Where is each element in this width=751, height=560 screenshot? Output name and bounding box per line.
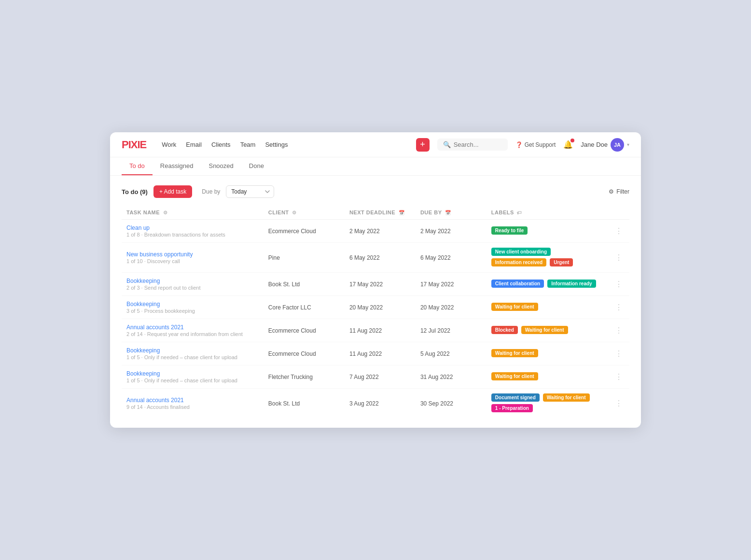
next-deadline-sort-icon[interactable]: 📅 <box>399 210 405 215</box>
task-sub: 1 of 8 · Breakdown transactions for asse… <box>126 232 259 238</box>
add-task-button[interactable]: + Add task <box>153 185 192 198</box>
label-badge: Waiting for client <box>543 393 590 402</box>
due-by-sort-icon[interactable]: 📅 <box>445 210 451 215</box>
task-sub: 3 of 5 · Process bookkeeping <box>126 308 259 314</box>
task-name-link[interactable]: Annual accounts 2021 <box>126 397 259 404</box>
task-sub: 2 of 14 · Request year end information f… <box>126 331 259 337</box>
more-options-button[interactable]: ⋮ <box>613 253 625 262</box>
task-labels-cell: Waiting for client <box>487 342 608 365</box>
task-sub: 9 of 14 · Accounts finalised <box>126 404 259 410</box>
more-options-button[interactable]: ⋮ <box>613 226 625 236</box>
task-name-link[interactable]: Bookkeeping <box>126 347 259 354</box>
nav-email[interactable]: Email <box>186 141 202 148</box>
task-actions-cell: ⋮ <box>608 296 629 319</box>
task-client-cell: Ecommerce Cloud <box>264 319 345 342</box>
task-name-cell: Bookkeeping 1 of 5 · Only if needed – ch… <box>122 365 264 389</box>
task-table: TASK NAME ⚙ CLIENT ⚙ NEXT DEADLINE 📅 DUE… <box>122 206 629 418</box>
tab-snoozed[interactable]: Snoozed <box>201 157 241 175</box>
client-name: Ecommerce Cloud <box>268 350 316 357</box>
filter-button[interactable]: ⚙ Filter <box>609 188 629 195</box>
table-row: Clean up 1 of 8 · Breakdown transactions… <box>122 220 629 243</box>
task-sub: 1 of 10 · Discovery call <box>126 258 259 264</box>
task-client-cell: Book St. Ltd <box>264 273 345 296</box>
task-name-cell: Bookkeeping 3 of 5 · Process bookkeeping <box>122 296 264 319</box>
task-name-sort-icon[interactable]: ⚙ <box>163 210 168 215</box>
more-options-button[interactable]: ⋮ <box>613 349 625 358</box>
more-options-button[interactable]: ⋮ <box>613 372 625 381</box>
label-badge: 1 - Preparation <box>491 404 533 412</box>
nav-work[interactable]: Work <box>162 141 176 148</box>
task-client-cell: Fletcher Trucking <box>264 365 345 389</box>
add-button[interactable]: + <box>416 138 430 152</box>
main-content: To do (9) + Add task Due by Today This w… <box>110 176 641 428</box>
label-badge: Waiting for client <box>521 326 568 334</box>
tab-todo[interactable]: To do <box>122 157 153 175</box>
col-header-task: TASK NAME ⚙ <box>122 206 264 220</box>
labels-container: Document signedWaiting for client1 - Pre… <box>491 393 603 413</box>
nav-settings[interactable]: Settings <box>265 141 288 148</box>
due-by-value: 2 May 2022 <box>420 228 451 235</box>
task-next-deadline-cell: 2 May 2022 <box>345 220 416 243</box>
task-labels-cell: Client collaborationInformation ready <box>487 273 608 296</box>
task-labels-cell: Waiting for client <box>487 365 608 389</box>
task-actions-cell: ⋮ <box>608 220 629 243</box>
client-name: Pine <box>268 254 280 261</box>
task-name-link[interactable]: New business opportunity <box>126 251 259 258</box>
task-client-cell: Pine <box>264 243 345 273</box>
table-row: Annual accounts 2021 2 of 14 · Request y… <box>122 319 629 342</box>
task-next-deadline-cell: 7 Aug 2022 <box>345 365 416 389</box>
labels-sort-icon[interactable]: 🏷 <box>517 210 522 215</box>
support-icon: ❓ <box>515 141 523 148</box>
nav-right: + 🔍 ❓ Get Support 🔔 Jane Doe JA ▾ <box>416 138 629 152</box>
logo: PIXIE <box>122 139 146 151</box>
label-badge: Ready to file <box>491 226 528 235</box>
task-next-deadline-cell: 17 May 2022 <box>345 273 416 296</box>
more-options-button[interactable]: ⋮ <box>613 326 625 335</box>
task-due-by-cell: 20 May 2022 <box>416 296 487 319</box>
due-by-select[interactable]: Today This week This month <box>226 185 274 198</box>
user-info[interactable]: Jane Doe JA ▾ <box>581 138 629 152</box>
client-name: Ecommerce Cloud <box>268 327 316 334</box>
task-name-link[interactable]: Annual accounts 2021 <box>126 324 259 331</box>
more-options-button[interactable]: ⋮ <box>613 303 625 312</box>
labels-container: Waiting for client <box>491 372 603 381</box>
next-deadline-value: 20 May 2022 <box>349 304 383 311</box>
task-name-link[interactable]: Bookkeeping <box>126 278 259 284</box>
client-sort-icon[interactable]: ⚙ <box>292 210 297 215</box>
search-input[interactable] <box>454 141 502 148</box>
search-icon: 🔍 <box>443 141 451 148</box>
tab-done[interactable]: Done <box>241 157 272 175</box>
task-name-link[interactable]: Bookkeeping <box>126 301 259 308</box>
task-due-by-cell: 12 Jul 2022 <box>416 319 487 342</box>
labels-container: Ready to file <box>491 226 603 236</box>
task-next-deadline-cell: 20 May 2022 <box>345 296 416 319</box>
col-header-actions <box>608 206 629 220</box>
task-name-link[interactable]: Clean up <box>126 224 259 231</box>
todo-label: To do (9) <box>122 188 148 196</box>
task-due-by-cell: 6 May 2022 <box>416 243 487 273</box>
table-row: Bookkeeping 2 of 3 · Send report out to … <box>122 273 629 296</box>
top-nav: PIXIE Work Email Clients Team Settings +… <box>110 132 641 157</box>
nav-clients[interactable]: Clients <box>211 141 231 148</box>
task-sub: 2 of 3 · Send report out to client <box>126 285 259 291</box>
task-client-cell: Core Factor LLC <box>264 296 345 319</box>
bell-badge <box>570 139 574 142</box>
table-row: Bookkeeping 1 of 5 · Only if needed – ch… <box>122 342 629 365</box>
task-actions-cell: ⋮ <box>608 243 629 273</box>
due-by-value: 31 Aug 2022 <box>420 374 453 380</box>
col-header-labels: LABELS 🏷 <box>487 206 608 220</box>
task-name-cell: Clean up 1 of 8 · Breakdown transactions… <box>122 220 264 243</box>
sub-nav: To do Reassigned Snoozed Done <box>110 157 641 176</box>
task-name-link[interactable]: Bookkeeping <box>126 370 259 377</box>
tab-reassigned[interactable]: Reassigned <box>153 157 201 175</box>
task-labels-cell: Waiting for client <box>487 296 608 319</box>
more-options-button[interactable]: ⋮ <box>613 399 625 408</box>
more-options-button[interactable]: ⋮ <box>613 280 625 289</box>
due-by-value: 30 Sep 2022 <box>420 400 453 407</box>
task-actions-cell: ⋮ <box>608 319 629 342</box>
task-actions-cell: ⋮ <box>608 342 629 365</box>
label-badge: Document signed <box>491 393 540 402</box>
nav-team[interactable]: Team <box>240 141 256 148</box>
task-labels-cell: Ready to file <box>487 220 608 243</box>
get-support[interactable]: ❓ Get Support <box>515 141 556 148</box>
